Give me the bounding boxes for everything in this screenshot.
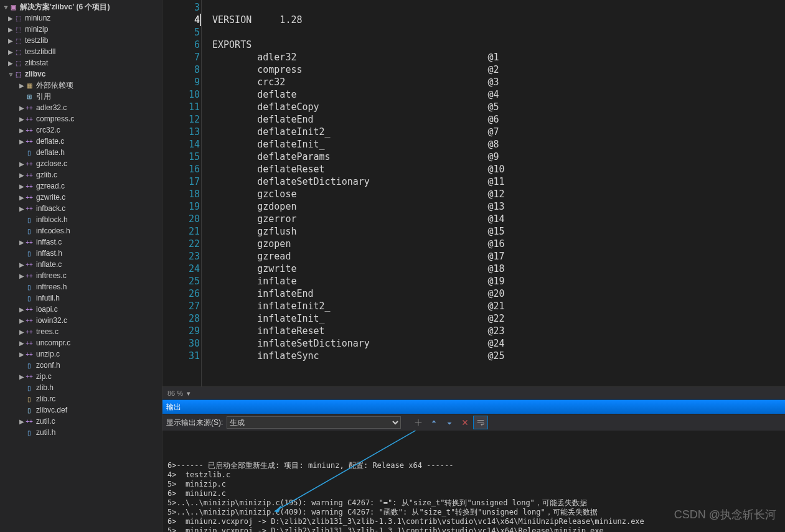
tree-item[interactable]: ⊞引用 [0, 91, 162, 102]
editor-zoom-bar[interactable]: 86 % ▾ [162, 386, 785, 399]
code-editor[interactable]: 3456789101112131415161718192021222324252… [162, 0, 785, 386]
tree-item[interactable]: ▶++crc32.c [0, 124, 162, 136]
chevron-down-icon[interactable]: ▿ [2, 4, 9, 11]
code-line[interactable]: compress @2 [212, 63, 785, 76]
chevron-right-icon[interactable]: ▶ [19, 183, 25, 190]
code-line[interactable]: inflate @19 [212, 275, 785, 287]
output-body[interactable]: 6>------ 已启动全部重新生成: 项目: miniunz, 配置: Rel… [162, 431, 785, 532]
chevron-right-icon[interactable]: ▶ [19, 194, 25, 201]
code-line[interactable]: deflateSetDictionary @11 [212, 175, 785, 188]
chevron-right-icon[interactable]: ▶ [19, 105, 25, 111]
code-line[interactable]: inflateReset @23 [212, 325, 785, 337]
chevron-right-icon[interactable]: ▶ [19, 127, 25, 134]
code-line[interactable]: gzwrite @18 [212, 263, 785, 275]
tree-item[interactable]: ▶++inflate.c [0, 259, 162, 270]
chevron-right-icon[interactable]: ▶ [19, 273, 25, 279]
tree-item[interactable]: ▶++gzlib.c [0, 169, 162, 180]
tree-item[interactable]: ▶++deflate.c [0, 136, 162, 147]
tree-item[interactable]: ▶++unzip.c [0, 348, 162, 360]
code-line[interactable]: crc32 @3 [212, 76, 785, 88]
solution-explorer[interactable]: ▿ ▣ 解决方案'zlibvc' (6 个项目) ▶⬚miniunz▶⬚mini… [0, 0, 162, 532]
code-line[interactable]: gzdopen @13 [212, 200, 785, 213]
tree-item[interactable]: ▯zlibvc.def [0, 404, 162, 416]
chevron-right-icon[interactable]: ▶ [19, 261, 25, 268]
code-line[interactable] [212, 1, 785, 14]
chevron-right-icon[interactable]: ▶ [19, 116, 25, 123]
code-line[interactable]: deflateReset @10 [212, 163, 785, 175]
tree-item[interactable]: ▶⬚minizip [0, 24, 162, 35]
chevron-right-icon[interactable]: ▶ [19, 351, 25, 358]
code-area[interactable]: VERSION 1.28EXPORTS adler32 @1 compress … [206, 0, 785, 386]
tree-item[interactable]: ▶▦外部依赖项 [0, 80, 162, 91]
tree-item[interactable]: ▯zlib.h [0, 382, 162, 393]
chevron-right-icon[interactable]: ▶ [7, 15, 14, 22]
tree-item[interactable]: ▶++uncompr.c [0, 337, 162, 348]
chevron-right-icon[interactable]: ▶ [19, 373, 25, 380]
tree-item[interactable]: ▯zconf.h [0, 360, 162, 371]
chevron-right-icon[interactable]: ▶ [19, 172, 25, 179]
code-line[interactable] [212, 26, 785, 39]
tree-item[interactable]: ▶++zip.c [0, 371, 162, 382]
code-line[interactable]: inflateInit_ @22 [212, 312, 785, 325]
chevron-right-icon[interactable]: ▶ [19, 306, 25, 313]
code-line[interactable]: deflateInit2_ @7 [212, 126, 785, 138]
next-message-button[interactable] [442, 416, 457, 429]
chevron-right-icon[interactable]: ▶ [19, 239, 25, 246]
tree-item[interactable]: ▯infutil.h [0, 292, 162, 304]
tree-item[interactable]: ▶++gzwrite.c [0, 192, 162, 203]
code-line[interactable]: inflateEnd @20 [212, 287, 785, 300]
chevron-right-icon[interactable]: ▶ [19, 329, 25, 335]
output-panel-header[interactable]: 输出 [162, 399, 785, 414]
tree-item[interactable]: ▶++inftrees.c [0, 270, 162, 281]
code-line[interactable]: inflateSetDictionary @24 [212, 337, 785, 350]
chevron-down-icon[interactable]: ▿ [7, 71, 14, 78]
code-line[interactable]: gzopen @16 [212, 238, 785, 250]
tree-item[interactable]: ▶⬚testzlib [0, 35, 162, 46]
clear-all-button[interactable] [458, 416, 472, 429]
chevron-right-icon[interactable]: ▶ [19, 161, 25, 167]
code-line[interactable]: deflateParams @9 [212, 151, 785, 163]
tree-item[interactable]: ▯infblock.h [0, 214, 162, 225]
toggle-wrap-button[interactable] [473, 416, 488, 429]
tree-item[interactable]: ▯zutil.h [0, 427, 162, 438]
tree-item[interactable]: ▶++infback.c [0, 203, 162, 214]
code-line[interactable]: gzflush @15 [212, 225, 785, 238]
chevron-right-icon[interactable]: ▶ [19, 418, 25, 425]
code-line[interactable]: gzread @17 [212, 250, 785, 263]
tree-item[interactable]: ▯inftrees.h [0, 281, 162, 292]
code-line[interactable]: deflateEnd @6 [212, 113, 785, 126]
code-line[interactable]: inflateInit2_ @21 [212, 300, 785, 312]
code-line[interactable]: EXPORTS [212, 39, 785, 51]
tree-item[interactable]: ▶++ioapi.c [0, 304, 162, 315]
chevron-right-icon[interactable]: ▶ [7, 49, 14, 55]
code-line[interactable]: VERSION 1.28 [212, 14, 785, 26]
tree-item[interactable]: ▶⬚testzlibdll [0, 46, 162, 57]
tree-item[interactable]: ▯inffast.h [0, 248, 162, 259]
tree-item[interactable]: ▶++iowin32.c [0, 315, 162, 326]
tree-item[interactable]: ▶⬚miniunz [0, 12, 162, 24]
chevron-right-icon[interactable]: ▶ [19, 82, 25, 89]
prev-message-button[interactable] [426, 416, 441, 429]
tree-item[interactable]: ▶++zutil.c [0, 416, 162, 427]
chevron-right-icon[interactable]: ▶ [19, 340, 25, 347]
tree-item[interactable]: ▶++compress.c [0, 113, 162, 124]
tree-item[interactable]: ▶++trees.c [0, 326, 162, 337]
code-line[interactable]: inflateSync @25 [212, 350, 785, 362]
chevron-right-icon[interactable]: ▶ [7, 60, 14, 67]
tree-item[interactable]: ▶++gzclose.c [0, 158, 162, 169]
code-line[interactable]: gzerror @14 [212, 213, 785, 225]
code-line[interactable]: deflateInit_ @8 [212, 138, 785, 151]
chevron-right-icon[interactable]: ▶ [19, 205, 25, 212]
tree-item[interactable]: ▶++adler32.c [0, 102, 162, 113]
solution-node[interactable]: ▿ ▣ 解决方案'zlibvc' (6 个项目) [0, 1, 162, 12]
code-line[interactable]: gzclose @12 [212, 188, 785, 200]
chevron-right-icon[interactable]: ▶ [19, 138, 25, 145]
chevron-right-icon[interactable]: ▶ [7, 26, 14, 33]
chevron-right-icon[interactable]: ▶ [19, 317, 25, 324]
chevron-down-icon[interactable]: ▾ [187, 390, 190, 398]
code-line[interactable]: deflate @4 [212, 88, 785, 101]
tree-item[interactable]: ▯zlib.rc [0, 393, 162, 404]
chevron-right-icon[interactable]: ▶ [7, 37, 14, 44]
tree-item[interactable]: ▶++gzread.c [0, 180, 162, 192]
code-line[interactable]: deflateCopy @5 [212, 101, 785, 113]
